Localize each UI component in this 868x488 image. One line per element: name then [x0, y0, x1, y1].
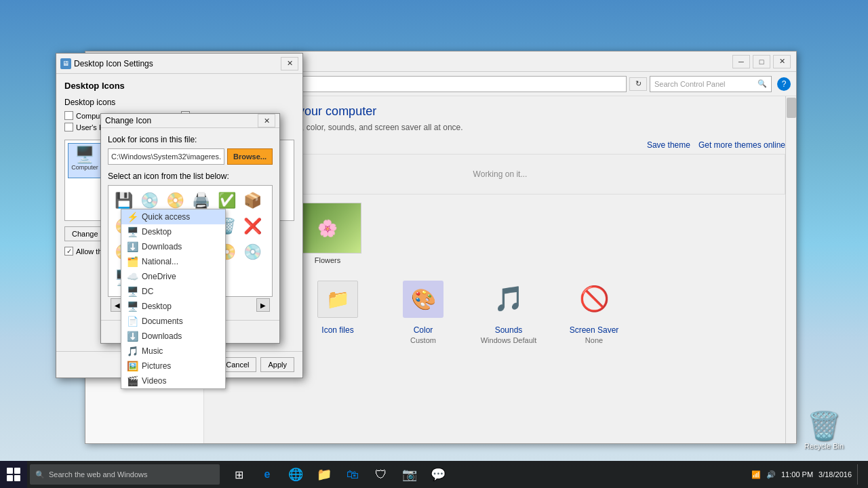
start-button[interactable] [0, 461, 27, 488]
security-button[interactable]: 🛡 [368, 461, 395, 488]
sounds-icon: 🎵 [481, 275, 536, 323]
cp-refresh-button[interactable]: ↻ [629, 77, 647, 91]
computer-checkbox[interactable] [64, 111, 73, 120]
dis-title: Desktop Icon Settings [74, 59, 278, 68]
computer-icon: 🖥️ [70, 145, 100, 164]
cid-select-label: Select an icon from the list below: [108, 171, 273, 181]
cid-title: Change Icon [105, 116, 255, 125]
file-explorer-button[interactable]: 📁 [311, 461, 338, 488]
onedrive-icon-fd: ☁️ [127, 271, 138, 282]
store-button[interactable]: 🛍 [339, 461, 366, 488]
cid-icon-18[interactable]: 💿 [240, 240, 264, 264]
fd-label-quick-access: Quick access [142, 212, 190, 222]
clock-time: 11:00 PM [781, 470, 813, 479]
cid-path-row: C:\Windows\System32\imageres.dll Browse.… [108, 148, 273, 165]
fd-label-national: National... [142, 257, 178, 266]
user-checkbox[interactable] [64, 123, 73, 131]
color-control[interactable]: 🎨 Color Custom [386, 275, 460, 344]
fd-label-onedrive: OneDrive [142, 272, 176, 281]
fd-item-onedrive[interactable]: ☁️ OneDrive [121, 269, 225, 284]
cp-minimize-button[interactable]: ─ [732, 55, 750, 68]
cid-path-input[interactable]: C:\Windows\System32\imageres.dll [108, 148, 224, 165]
sounds-control[interactable]: 🎵 Sounds Windows Default [471, 275, 546, 344]
icon-files-control[interactable]: 📁 Icon files [300, 275, 375, 336]
desktop: Personalization ─ □ ✕ ◀ ▶ ↑ Personalizat… [0, 0, 868, 488]
pictures-icon-fd: 🖼️ [127, 361, 138, 371]
chat-button[interactable]: 💬 [425, 461, 452, 488]
recycle-bin-desktop-icon[interactable]: 🗑️ Recycle Bin [800, 410, 848, 451]
sounds-label: Sounds [471, 325, 546, 335]
help-button[interactable]: ? [777, 77, 791, 91]
taskbar: 🔍 Search the web and Windows ⊞ e 🌐 📁 🛍 🛡… [0, 461, 868, 488]
cp-search-placeholder: Search Control Panel [654, 80, 726, 88]
taskbar-right: 📶 🔊 11:00 PM 3/18/2016 [751, 464, 868, 485]
taskview-button[interactable]: ⊞ [225, 461, 252, 488]
dis-apply-button[interactable]: Apply [260, 357, 294, 372]
taskbar-icons: ⊞ e 🌐 📁 🛍 🛡 📷 💬 [225, 461, 452, 488]
cid-icon-6[interactable]: 📦 [240, 188, 264, 213]
screen-saver-control[interactable]: 🚫 Screen Saver None [557, 275, 631, 344]
dis-close-button[interactable]: ✕ [281, 57, 298, 70]
fd-label-downloads2: Downloads [142, 331, 182, 341]
desktop2-icon-fd: 🖥️ [127, 301, 138, 312]
dis-titlebar: 🖥 Desktop Icon Settings ✕ [56, 54, 302, 74]
fd-item-downloads[interactable]: ⬇️ Downloads [121, 239, 225, 254]
cid-next-button[interactable]: ▶ [256, 298, 270, 312]
dis-icon-computer[interactable]: 🖥️ Computer [68, 143, 102, 178]
dis-desktop-icons-title: Desktop icons [64, 98, 294, 107]
fd-item-music[interactable]: 🎵 Music [121, 344, 225, 359]
search-icon-taskbar: 🔍 [35, 470, 45, 479]
taskbar-search[interactable]: 🔍 Search the web and Windows [30, 464, 220, 485]
network-icon-taskbar: 📶 [751, 470, 761, 479]
start-icon [7, 468, 20, 481]
fd-item-pictures[interactable]: 🖼️ Pictures [121, 359, 225, 373]
cid-titlebar: Change Icon ✕ [101, 114, 279, 128]
theme-item-flowers[interactable]: 🌸 Flowers [294, 203, 361, 264]
cid-close-button[interactable]: ✕ [258, 114, 275, 127]
fd-item-quick-access[interactable]: ⚡ Quick access [121, 209, 225, 224]
recycle-bin-desktop-label: Recycle Bin [800, 442, 848, 451]
cid-icon-12[interactable]: ❌ [240, 214, 264, 239]
cp-maximize-button[interactable]: □ [753, 55, 770, 68]
save-theme-button[interactable]: Save theme [647, 140, 690, 150]
fd-label-music: Music [142, 346, 163, 356]
chrome-button[interactable]: 🌐 [282, 461, 309, 488]
fd-item-documents[interactable]: 📄 Documents [121, 314, 225, 329]
fd-item-desktop2[interactable]: 🖥️ Desktop [121, 299, 225, 314]
screen-saver-label: Screen Saver [557, 325, 631, 335]
theme-preview-flowers: 🌸 [294, 203, 361, 253]
color-sublabel: Custom [386, 336, 460, 344]
fd-item-desktop[interactable]: 🖥️ Desktop [121, 224, 225, 239]
fd-label-documents: Documents [142, 317, 183, 326]
icon-files-label: Icon files [300, 325, 375, 335]
cid-browse-button[interactable]: Browse... [227, 148, 273, 165]
dc-icon-fd: 🖥️ [127, 286, 138, 297]
cp-scrollbar[interactable] [785, 96, 796, 443]
documents-icon-fd: 📄 [127, 316, 138, 327]
get-more-themes-button[interactable]: Get more themes online [698, 140, 785, 150]
color-label: Color [386, 325, 460, 335]
dis-section-title: Desktop Icons [64, 81, 294, 91]
icon-files-icon: 📁 [311, 275, 365, 323]
sounds-sublabel: Windows Default [471, 336, 546, 344]
fd-label-desktop2: Desktop [142, 302, 172, 311]
fd-item-downloads2[interactable]: ⬇️ Downloads [121, 329, 225, 344]
show-desktop-button[interactable] [857, 464, 863, 485]
desktop-icon-fd: 🖥️ [127, 226, 138, 237]
fd-item-national[interactable]: 🗂️ National... [121, 254, 225, 269]
fd-item-videos[interactable]: 🎬 Videos [121, 373, 225, 388]
dis-title-icon: 🖥 [60, 58, 71, 69]
taskbar-search-placeholder: Search the web and Windows [49, 470, 148, 479]
allow-themes-checkbox[interactable] [64, 247, 73, 256]
recycle-bin-icon: 🗑️ [800, 410, 848, 442]
fd-item-dc[interactable]: 🖥️ DC [121, 284, 225, 299]
edge-button[interactable]: e [254, 461, 281, 488]
cp-search-bar[interactable]: Search Control Panel 🔍 [650, 76, 772, 92]
camera-button[interactable]: 📷 [396, 461, 423, 488]
file-dropdown: ⚡ Quick access 🖥️ Desktop ⬇️ Downloads 🗂… [121, 209, 226, 389]
cp-close-button[interactable]: ✕ [773, 55, 791, 68]
downloads2-icon-fd: ⬇️ [127, 331, 138, 342]
theme-label-flowers: Flowers [294, 256, 361, 264]
fd-label-downloads: Downloads [142, 242, 182, 251]
screen-saver-sublabel: None [557, 336, 631, 344]
